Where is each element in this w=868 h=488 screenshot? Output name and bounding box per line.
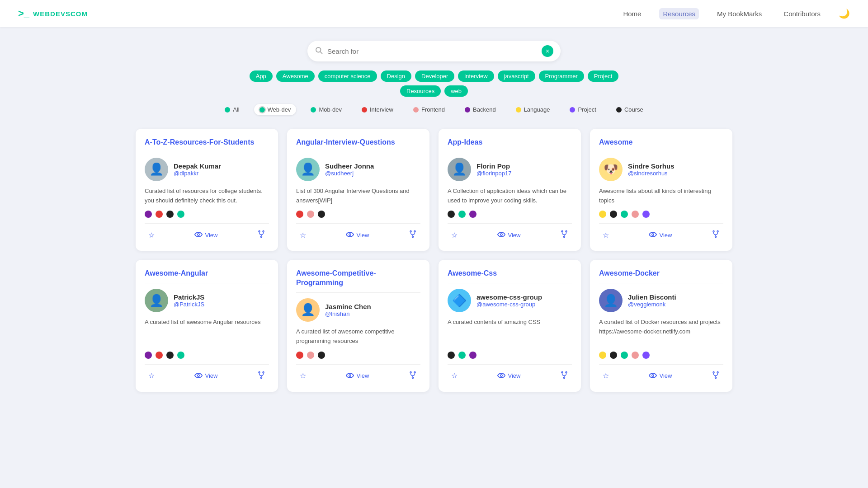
author-info: Sindre Sorhus @sindresorhus (628, 162, 675, 177)
tag-dot (177, 352, 184, 359)
filter-backend[interactable]: Backend (459, 104, 501, 115)
author-handle[interactable]: @sudheerj (325, 170, 374, 177)
filter-language[interactable]: Language (510, 104, 556, 115)
bookmark-button[interactable]: ☆ (448, 229, 461, 241)
view-button[interactable]: View (645, 370, 676, 382)
card-author: 👤 PatrickJS @PatrickJS (145, 289, 269, 312)
filter-webdev[interactable]: Web-dev (254, 104, 297, 115)
bookmark-button[interactable]: ☆ (145, 370, 158, 382)
fork-button[interactable] (557, 369, 572, 383)
fork-button[interactable] (254, 228, 269, 242)
card-title[interactable]: A-To-Z-Resources-For-Students (145, 138, 269, 152)
author-handle[interactable]: @lnishan (325, 310, 371, 317)
clear-search-button[interactable]: × (542, 45, 553, 57)
tag-awesome[interactable]: Awesome (276, 70, 315, 82)
avatar: 👤 (296, 298, 320, 322)
tag-app[interactable]: App (250, 70, 273, 82)
fork-icon (409, 371, 417, 381)
filter-dot-webdev (259, 107, 265, 113)
author-handle[interactable]: @veggiemonk (628, 301, 676, 308)
fork-button[interactable] (557, 228, 572, 242)
card-title[interactable]: App-Ideas (448, 138, 572, 152)
tag-computer-science[interactable]: computer science (318, 70, 377, 82)
tag-dot (448, 352, 455, 359)
tag-design[interactable]: Design (381, 70, 411, 82)
card-author: 👤 Sudheer Jonna @sudheerj (296, 158, 420, 181)
author-info: Florin Pop @florinpop17 (476, 162, 512, 177)
card-description: List of 300 Angular Interview Questions … (296, 187, 420, 206)
view-button[interactable]: View (494, 370, 524, 382)
author-handle[interactable]: @awesome-css-group (476, 301, 542, 308)
card-title[interactable]: Angular-Interview-Questions (296, 138, 420, 152)
nav-contributors[interactable]: Contributors (780, 8, 824, 19)
search-bar: × (307, 41, 561, 61)
author-handle[interactable]: @dipakkr (174, 170, 221, 177)
bookmark-button[interactable]: ☆ (296, 370, 310, 382)
author-handle[interactable]: @florinpop17 (476, 170, 512, 177)
bookmark-icon: ☆ (451, 231, 458, 239)
nav-bookmarks[interactable]: My BookMarks (713, 8, 765, 19)
author-handle[interactable]: @PatrickJS (174, 301, 204, 308)
view-button[interactable]: View (494, 229, 524, 241)
svg-point-7 (349, 234, 350, 235)
view-icon (497, 372, 505, 380)
author-name: Jasmine Chen (325, 303, 371, 310)
nav-home[interactable]: Home (619, 8, 645, 19)
fork-button[interactable] (254, 369, 269, 383)
filter-mobdev[interactable]: Mob-dev (305, 104, 347, 115)
bookmark-button[interactable]: ☆ (296, 229, 310, 241)
card-description: A Collection of application ideas which … (448, 187, 572, 206)
search-input[interactable] (327, 47, 537, 55)
bookmark-button[interactable]: ☆ (448, 370, 461, 382)
bookmark-button[interactable]: ☆ (145, 229, 158, 241)
tag-web[interactable]: web (444, 85, 468, 97)
card-title[interactable]: Awesome (599, 138, 723, 152)
filter-project[interactable]: Project (564, 104, 601, 115)
card-actions: ☆ View (448, 223, 572, 242)
card-tags (296, 211, 420, 218)
card-title[interactable]: Awesome-Competitive-Programming (296, 269, 420, 293)
bookmark-button[interactable]: ☆ (599, 370, 613, 382)
bookmark-button[interactable]: ☆ (599, 229, 613, 241)
tag-developer[interactable]: Developer (415, 70, 454, 82)
tag-programmer[interactable]: Programmer (539, 70, 584, 82)
view-button[interactable]: View (191, 229, 222, 241)
filter-interview[interactable]: Interview (356, 104, 399, 115)
fork-button[interactable] (708, 369, 723, 383)
cards-grid: A-To-Z-Resources-For-Students 👤 Deepak K… (108, 120, 760, 401)
author-handle[interactable]: @sindresorhus (628, 170, 675, 177)
fork-button[interactable] (405, 228, 420, 242)
bookmark-icon: ☆ (603, 231, 609, 239)
card-actions: ☆ View (448, 364, 572, 383)
view-button[interactable]: View (191, 370, 222, 382)
view-button[interactable]: View (342, 370, 373, 382)
fork-button[interactable] (405, 369, 420, 383)
filter-course[interactable]: Course (611, 104, 649, 115)
tag-javascript[interactable]: javascript (498, 70, 535, 82)
view-button[interactable]: View (645, 229, 676, 241)
card-title[interactable]: Awesome-Css (448, 269, 572, 283)
fork-button[interactable] (708, 228, 723, 242)
card-actions: ☆ View (599, 223, 723, 242)
logo-area: >_ WEBDEVSCOM (18, 8, 88, 19)
view-icon (649, 372, 657, 380)
card-title[interactable]: Awesome-Angular (145, 269, 269, 283)
filter-frontend[interactable]: Frontend (408, 104, 450, 115)
filter-dot-frontend (413, 107, 419, 113)
view-button[interactable]: View (342, 229, 373, 241)
card-description: Curated list of resources for college st… (145, 187, 269, 206)
nav-resources[interactable]: Resources (659, 8, 699, 19)
filter-dot-interview (362, 107, 367, 113)
view-label: View (205, 372, 218, 379)
header: >_ WEBDEVSCOM Home Resources My BookMark… (0, 0, 868, 27)
tag-dot (296, 352, 303, 359)
theme-toggle-icon[interactable]: 🌙 (839, 8, 850, 19)
filter-all[interactable]: All (219, 104, 245, 115)
tag-resources[interactable]: Resources (400, 85, 441, 97)
tag-interview[interactable]: interview (458, 70, 494, 82)
tag-dot (599, 211, 606, 218)
main-nav: Home Resources My BookMarks Contributors… (619, 8, 850, 19)
card-tags (599, 211, 723, 218)
tag-project[interactable]: Project (588, 70, 618, 82)
card-title[interactable]: Awesome-Docker (599, 269, 723, 283)
